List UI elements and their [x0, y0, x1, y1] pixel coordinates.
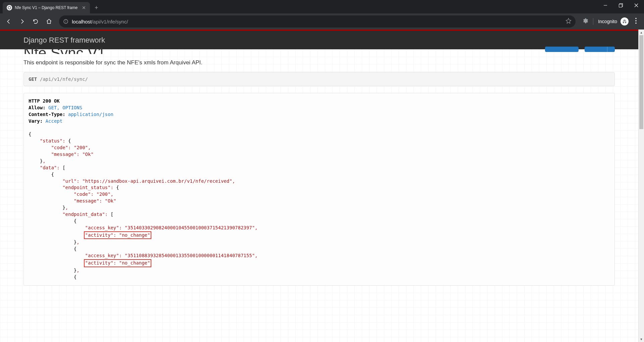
svg-point-9 — [635, 20, 637, 21]
content-type-value: application/json — [68, 112, 113, 117]
svg-rect-2 — [619, 4, 622, 7]
page-title: Nfe Sync V1 — [23, 45, 106, 54]
tab-bar: Nfe Sync V1 – Django REST frame ✕ + — [0, 0, 644, 13]
page-viewport: Django REST framework Nfe Sync V1 This e… — [0, 30, 644, 342]
response-body: HTTP 200 OK Allow: GET, OPTIONS Content-… — [23, 93, 615, 286]
browser-menu-button[interactable] — [633, 18, 639, 25]
svg-point-10 — [635, 22, 637, 24]
browser-chrome: Nfe Sync V1 – Django REST frame ✕ + — [0, 0, 644, 30]
maximize-button[interactable] — [613, 0, 629, 11]
incognito-indicator[interactable]: Incognito — [598, 17, 629, 25]
bookmark-star-icon[interactable] — [565, 18, 572, 25]
tab-title: Nfe Sync V1 – Django REST frame — [15, 5, 79, 10]
tab-favicon-icon — [7, 5, 12, 10]
endpoint-description: This endpoint is responsible for sync th… — [23, 59, 615, 66]
minimize-button[interactable] — [598, 0, 613, 11]
json-item2-activity: "no_change" — [119, 260, 150, 266]
main-content: Nfe Sync V1 This endpoint is responsible… — [0, 49, 638, 342]
forward-button[interactable] — [16, 15, 28, 27]
json-item1-access-key: "351403302908240001045500100037154213907… — [125, 225, 255, 230]
new-tab-button[interactable]: + — [90, 2, 103, 13]
brand-link[interactable]: Django REST framework — [23, 36, 105, 45]
scrollbar-thumb[interactable] — [639, 35, 643, 129]
request-path: /api/v1/nfe/sync/ — [40, 76, 88, 82]
request-method: GET — [29, 76, 37, 82]
close-window-button[interactable] — [629, 0, 644, 11]
address-bar[interactable]: localhost/api/v1/nfe/sync/ — [59, 15, 576, 27]
vary-label: Vary: — [29, 118, 43, 124]
incognito-label: Incognito — [598, 19, 617, 24]
json-data-url: "https://sandbox-api.arquivei.com.br/v1/… — [82, 178, 232, 184]
allow-header-label: Allow: — [29, 105, 46, 110]
json-status-message: "Ok" — [82, 152, 94, 157]
toolbar-divider — [593, 18, 593, 25]
status-line: HTTP 200 OK — [29, 98, 60, 104]
highlighted-activity-1: "activity": "no_change" — [84, 231, 152, 239]
options-button[interactable] — [545, 47, 579, 52]
scrollbar-down-icon[interactable]: ▼ — [639, 336, 644, 342]
get-button[interactable] — [585, 47, 615, 52]
browser-tab[interactable]: Nfe Sync V1 – Django REST frame ✕ — [3, 2, 90, 13]
home-button[interactable] — [43, 15, 55, 27]
json-item2-access-key: "351108839328540001335500100000011418407… — [125, 253, 255, 258]
back-button[interactable] — [3, 15, 15, 27]
url-text: localhost/api/v1/nfe/sync/ — [72, 19, 562, 24]
tab-close-icon[interactable]: ✕ — [82, 5, 86, 10]
content-type-label: Content-Type: — [29, 112, 65, 117]
vary-value: Accept — [46, 118, 63, 124]
scrollbar[interactable]: ▲ ▼ — [638, 30, 644, 342]
reload-button[interactable] — [30, 15, 42, 27]
site-info-icon[interactable] — [63, 19, 68, 24]
browser-toolbar: localhost/api/v1/nfe/sync/ Incognito — [0, 13, 644, 30]
svg-point-8 — [635, 18, 637, 19]
json-endpoint-code: "200" — [96, 191, 110, 197]
allow-header-value: GET, OPTIONS — [48, 105, 82, 110]
json-endpoint-message: "Ok" — [105, 198, 116, 204]
highlighted-activity-2: "activity": "no_change" — [84, 259, 152, 267]
incognito-icon — [621, 17, 629, 25]
extension-gear-icon[interactable] — [582, 18, 588, 25]
json-status-code: "200" — [74, 145, 88, 150]
request-line: GET /api/v1/nfe/sync/ — [23, 72, 615, 86]
scrollbar-up-icon[interactable]: ▲ — [639, 30, 644, 35]
json-item1-activity: "no_change" — [119, 232, 150, 238]
